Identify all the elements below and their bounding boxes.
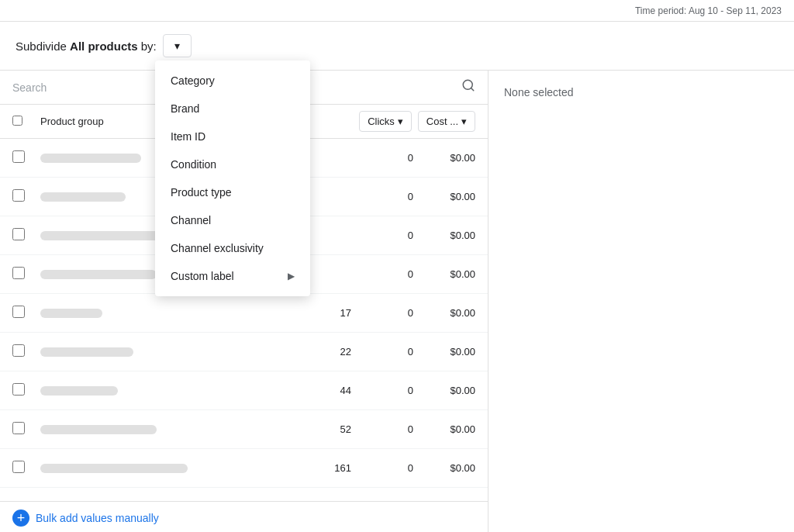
row-label-blur	[40, 309, 102, 318]
menu-item-condition[interactable]: Condition	[155, 150, 310, 178]
header-label: Subdivide All products by:	[16, 40, 157, 53]
right-panel: None selected	[488, 71, 794, 532]
row-label-blur	[40, 425, 157, 434]
table-row: 52 0 $0.00	[0, 410, 488, 449]
row-checkbox[interactable]	[12, 344, 25, 357]
top-bar: Time period: Aug 10 - Sep 11, 2023	[0, 0, 794, 22]
row-checkbox[interactable]	[12, 461, 25, 473]
svg-line-1	[471, 88, 473, 90]
row-label-blur	[40, 231, 172, 240]
menu-item-item-id[interactable]: Item ID	[155, 123, 310, 150]
row-checkbox[interactable]	[12, 150, 25, 163]
select-all-checkbox[interactable]	[12, 116, 22, 126]
row-checkbox[interactable]	[12, 228, 25, 240]
row-checkbox[interactable]	[12, 383, 25, 396]
row-checkbox[interactable]	[12, 306, 25, 318]
menu-item-custom-label[interactable]: Custom label ▶	[155, 262, 310, 290]
menu-item-brand[interactable]: Brand	[155, 95, 310, 123]
row-label-blur	[40, 464, 188, 473]
search-icon[interactable]	[461, 78, 475, 96]
row-label-blur	[40, 270, 157, 279]
row-label-blur	[40, 154, 141, 163]
bottom-bar: + Bulk add values manually	[0, 501, 488, 532]
main-container: Subdivide All products by: ▾ Category Br…	[0, 22, 794, 532]
row-label-blur	[40, 386, 118, 396]
none-selected-label: None selected	[504, 86, 574, 98]
cost-filter-button[interactable]: Cost ... ▾	[418, 111, 475, 132]
chevron-down-icon: ▾	[461, 116, 467, 127]
table-row: 44 0 $0.00	[0, 371, 488, 410]
table-row: 22 0 $0.00	[0, 333, 488, 371]
plus-icon[interactable]: +	[12, 510, 29, 527]
chevron-right-icon: ▶	[288, 271, 295, 282]
content-area: Product group Clicks ▾ Cost ... ▾	[0, 71, 794, 532]
row-checkbox[interactable]	[12, 267, 25, 279]
header-row: Subdivide All products by: ▾ Category Br…	[0, 22, 794, 71]
subdivide-dropdown-trigger[interactable]: ▾	[163, 34, 192, 57]
table-row: 161 0 $0.00	[0, 449, 488, 488]
table-row: 17 0 $0.00	[0, 294, 488, 333]
menu-item-product-type[interactable]: Product type	[155, 178, 310, 206]
menu-item-channel-exclusivity[interactable]: Channel exclusivity	[155, 234, 310, 262]
dropdown-menu: Category Brand Item ID Condition Product…	[155, 60, 310, 296]
chevron-down-icon: ▾	[398, 116, 403, 127]
row-checkbox[interactable]	[12, 422, 25, 434]
bulk-add-link[interactable]: Bulk add values manually	[36, 512, 159, 524]
row-label-blur	[40, 347, 133, 357]
menu-item-category[interactable]: Category	[155, 67, 310, 95]
row-label-blur	[40, 192, 126, 202]
select-all-checkbox-col	[12, 116, 40, 128]
time-period: Time period: Aug 10 - Sep 11, 2023	[635, 5, 782, 16]
menu-item-channel[interactable]: Channel	[155, 206, 310, 234]
clicks-filter-button[interactable]: Clicks ▾	[359, 111, 412, 132]
row-checkbox[interactable]	[12, 189, 25, 202]
